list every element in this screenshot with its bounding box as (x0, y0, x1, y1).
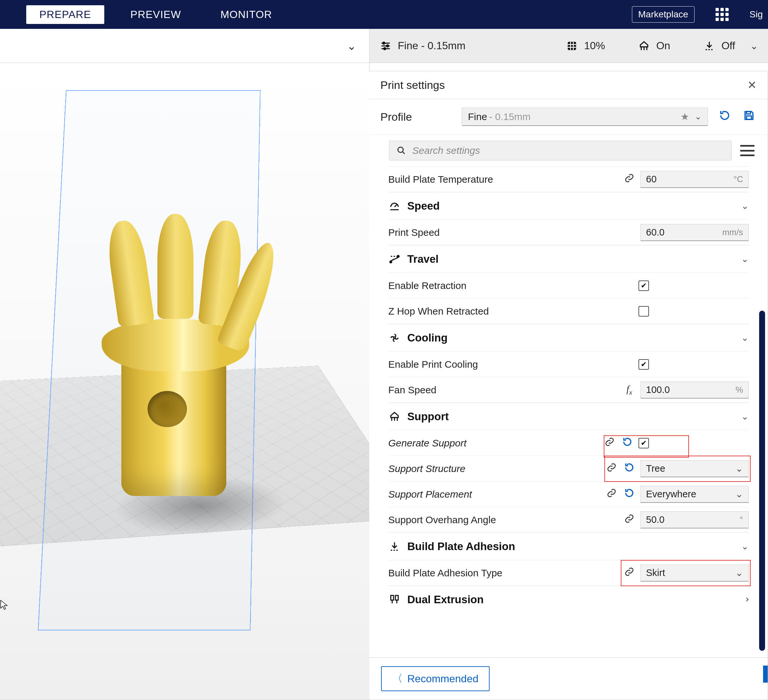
chevron-down-icon: ⌄ (735, 489, 743, 500)
setting-support-overhang: Support Overhang Angle 50.0 ° (388, 507, 749, 532)
profile-detail: - 0.15mm (489, 111, 531, 122)
link-icon[interactable] (605, 488, 618, 500)
svg-line-14 (403, 152, 405, 154)
apps-icon[interactable] (715, 8, 729, 21)
chevron-down-icon: ⌄ (735, 567, 743, 578)
section-speed[interactable]: Speed ⌄ (388, 192, 749, 219)
enable-retraction-checkbox[interactable]: ✔ (638, 280, 649, 291)
top-nav: PREPARE PREVIEW MONITOR Marketplace Sig (0, 0, 768, 29)
chevron-left-icon: 〈 (392, 671, 403, 686)
infill-icon (566, 40, 578, 52)
setting-label: Z Hop When Retracted (388, 306, 634, 317)
fan-speed-input[interactable]: 100.0 % (640, 381, 749, 399)
chevron-down-icon: ⌄ (347, 39, 356, 53)
resize-handle[interactable] (763, 666, 768, 682)
svg-point-3 (383, 42, 385, 44)
setting-label: Support Overhang Angle (388, 514, 618, 525)
support-icon (388, 410, 401, 423)
reset-icon[interactable] (623, 462, 636, 475)
setting-support-structure: Support Structure Tree ⌄ (388, 456, 749, 481)
panel-title: Print settings (381, 79, 445, 91)
sliders-icon (379, 40, 392, 52)
summary-profile[interactable]: Fine - 0.15mm (379, 40, 465, 52)
printer-selector[interactable]: ⌄ (0, 29, 369, 63)
support-overhang-input[interactable]: 50.0 ° (640, 511, 749, 529)
support-structure-dropdown[interactable]: Tree ⌄ (640, 460, 749, 477)
reset-profile-button[interactable] (717, 110, 732, 124)
link-icon[interactable] (623, 173, 636, 185)
svg-point-18 (397, 255, 399, 257)
setting-fan-speed: Fan Speed fx 100.0 % (388, 377, 749, 402)
profile-dropdown[interactable]: Fine - 0.15mm ★ ⌄ (462, 107, 708, 126)
setting-generate-support: Generate Support ✔ (388, 430, 749, 456)
chevron-down-icon: ⌄ (741, 200, 749, 211)
summary-infill[interactable]: 10% (566, 40, 605, 52)
support-placement-dropdown[interactable]: Everywhere ⌄ (640, 486, 749, 503)
setting-label: Enable Retraction (388, 280, 634, 291)
enable-cooling-checkbox[interactable]: ✔ (638, 359, 649, 370)
adhesion-icon (703, 40, 715, 52)
menu-icon[interactable] (740, 145, 755, 156)
travel-icon (388, 253, 401, 265)
chevron-down-icon: ⌄ (741, 541, 749, 552)
viewport-3d[interactable] (0, 63, 369, 700)
section-travel[interactable]: Travel ⌄ (388, 245, 749, 272)
setting-print-speed: Print Speed 60.0 mm/s (388, 219, 749, 245)
search-icon (397, 146, 406, 155)
summary-profile-label: Fine - 0.15mm (398, 40, 465, 52)
svg-rect-12 (747, 116, 752, 119)
marketplace-button[interactable]: Marketplace (632, 6, 694, 22)
section-support[interactable]: Support ⌄ (388, 402, 749, 430)
chevron-down-icon: ⌄ (750, 40, 758, 51)
svg-point-5 (384, 48, 386, 50)
z-hop-checkbox[interactable] (638, 306, 649, 317)
save-profile-button[interactable] (741, 110, 757, 124)
link-icon[interactable] (623, 567, 636, 579)
star-icon[interactable]: ★ (680, 111, 689, 122)
tab-monitor[interactable]: MONITOR (207, 5, 285, 24)
summary-infill-label: 10% (584, 40, 605, 52)
link-icon[interactable] (623, 514, 636, 526)
formula-icon[interactable]: fx (623, 383, 636, 396)
close-icon[interactable]: ✕ (747, 78, 757, 91)
summary-adhesion[interactable]: Off (703, 40, 735, 52)
section-dual-extrusion[interactable]: Dual Extrusion ⌃ (388, 586, 749, 613)
tab-preview[interactable]: PREVIEW (117, 5, 194, 24)
section-cooling[interactable]: Cooling ⌄ (388, 324, 749, 351)
build-plate-temp-input[interactable]: 60 °C (640, 171, 749, 188)
chevron-down-icon: ⌄ (741, 253, 749, 264)
summary-support-label: On (656, 40, 670, 52)
chevron-down-icon: ⌄ (694, 112, 702, 122)
setting-support-placement: Support Placement Everywhere ⌄ (388, 481, 749, 507)
svg-rect-11 (747, 112, 750, 114)
support-icon (638, 40, 650, 52)
setting-label: Support Placement (388, 489, 600, 500)
mouse-cursor (0, 600, 8, 612)
svg-line-15 (395, 204, 397, 207)
cooling-icon (388, 332, 401, 344)
summary-support[interactable]: On (638, 40, 670, 52)
setting-label: Enable Print Cooling (388, 359, 634, 370)
dual-extrusion-icon (388, 593, 401, 606)
scrollbar[interactable] (759, 170, 765, 651)
signin-button[interactable]: Sig (750, 9, 763, 20)
model-preview[interactable] (82, 201, 253, 516)
setting-label: Print Speed (388, 227, 636, 238)
recommended-button[interactable]: 〈 Recommended (381, 666, 490, 691)
print-speed-input[interactable]: 60.0 mm/s (640, 224, 749, 241)
summary-adhesion-label: Off (722, 40, 735, 52)
svg-rect-6 (568, 42, 576, 50)
setting-label: Build Plate Temperature (388, 174, 618, 185)
adhesion-type-dropdown[interactable]: Skirt ⌄ (640, 564, 749, 581)
link-icon[interactable] (605, 463, 618, 475)
section-adhesion[interactable]: Build Plate Adhesion ⌄ (388, 532, 749, 560)
reset-icon[interactable] (623, 488, 636, 501)
profile-name: Fine (468, 111, 487, 122)
search-input[interactable]: Search settings (389, 141, 731, 160)
settings-summary-bar[interactable]: Fine - 0.15mm 10% On (370, 29, 768, 63)
generate-support-checkbox[interactable]: ✔ (638, 438, 649, 449)
setting-enable-retraction: Enable Retraction ✔ (388, 272, 749, 298)
chevron-down-icon: ⌄ (741, 332, 749, 343)
tab-prepare[interactable]: PREPARE (26, 5, 104, 24)
chevron-down-icon: ⌄ (735, 463, 743, 474)
